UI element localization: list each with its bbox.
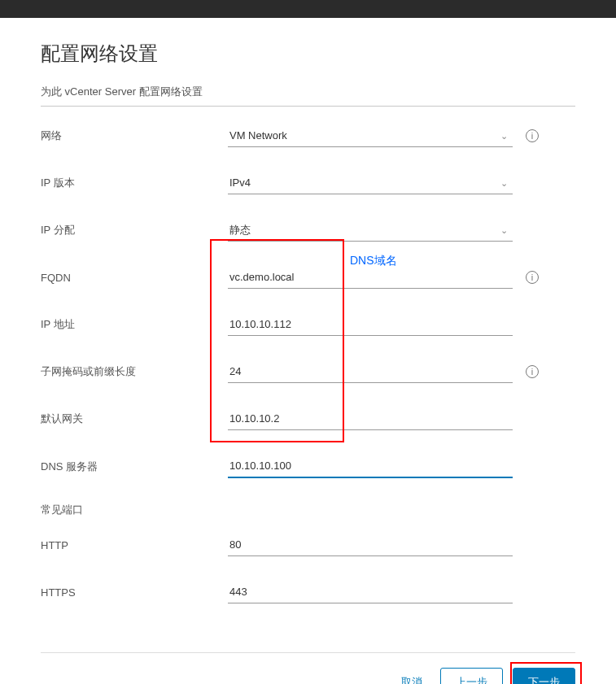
- select-wrap-network: ⌄: [228, 124, 513, 147]
- next-button[interactable]: 下一步: [513, 668, 575, 684]
- info-icon[interactable]: i: [526, 271, 539, 284]
- control-wrap-fqdn: i: [228, 266, 575, 289]
- dns-server-input[interactable]: [228, 455, 513, 478]
- row-gateway: 默认网关: [41, 407, 575, 430]
- top-dark-bar: [0, 0, 616, 18]
- control-wrap-subnet: i: [228, 360, 575, 383]
- fqdn-input[interactable]: [228, 266, 513, 289]
- https-port-input[interactable]: [228, 581, 513, 603]
- label-http: HTTP: [41, 539, 228, 551]
- label-fqdn: FQDN: [41, 272, 228, 284]
- label-gateway: 默认网关: [41, 412, 228, 426]
- info-icon[interactable]: i: [526, 129, 539, 142]
- control-wrap-ip-alloc: ⌄: [228, 219, 575, 242]
- control-wrap-network: ⌄ i: [228, 124, 575, 147]
- subnet-input[interactable]: [228, 360, 513, 383]
- http-port-input[interactable]: [228, 534, 513, 556]
- label-dns: DNS 服务器: [41, 460, 228, 474]
- control-wrap-ip-addr: [228, 313, 575, 336]
- gateway-input[interactable]: [228, 407, 513, 430]
- divider: [41, 106, 575, 107]
- label-ip-alloc: IP 分配: [41, 223, 228, 237]
- row-network: 网络 ⌄ i: [41, 124, 575, 147]
- ip-version-select[interactable]: [228, 172, 513, 194]
- control-wrap-ip-version: ⌄: [228, 172, 575, 194]
- row-http: HTTP: [41, 534, 575, 556]
- footer: 取消 上一步 下一步: [41, 652, 575, 684]
- row-https: HTTPS: [41, 581, 575, 603]
- row-fqdn: FQDN i: [41, 266, 575, 289]
- label-common-ports: 常见端口: [41, 503, 228, 517]
- control-wrap-dns: [228, 455, 575, 478]
- ip-alloc-select[interactable]: [228, 219, 513, 242]
- main-container: 配置网络设置 为此 vCenter Server 配置网络设置 网络 ⌄ i I…: [0, 18, 616, 684]
- control-wrap-http: [228, 534, 575, 556]
- network-select[interactable]: [228, 124, 513, 147]
- cancel-button[interactable]: 取消: [393, 669, 430, 684]
- row-subnet: 子网掩码或前缀长度 i: [41, 360, 575, 383]
- prev-button[interactable]: 上一步: [440, 668, 503, 684]
- info-icon[interactable]: i: [526, 365, 539, 378]
- label-subnet: 子网掩码或前缀长度: [41, 364, 228, 379]
- row-ip-version: IP 版本 ⌄: [41, 172, 575, 194]
- ip-address-input[interactable]: [228, 313, 513, 336]
- page-title: 配置网络设置: [41, 41, 575, 67]
- control-wrap-https: [228, 581, 575, 603]
- row-ip-addr: IP 地址: [41, 313, 575, 336]
- label-ip-addr: IP 地址: [41, 317, 228, 332]
- label-https: HTTPS: [41, 586, 228, 599]
- row-common-ports: 常见端口: [41, 503, 575, 517]
- row-dns: DNS 服务器: [41, 455, 575, 478]
- label-network: 网络: [41, 129, 228, 143]
- label-ip-version: IP 版本: [41, 176, 228, 190]
- page-subtitle: 为此 vCenter Server 配置网络设置: [41, 85, 575, 99]
- select-wrap-ip-version: ⌄: [228, 172, 513, 194]
- row-ip-alloc: IP 分配 ⌄: [41, 219, 575, 242]
- select-wrap-ip-alloc: ⌄: [228, 219, 513, 242]
- control-wrap-gateway: [228, 407, 575, 430]
